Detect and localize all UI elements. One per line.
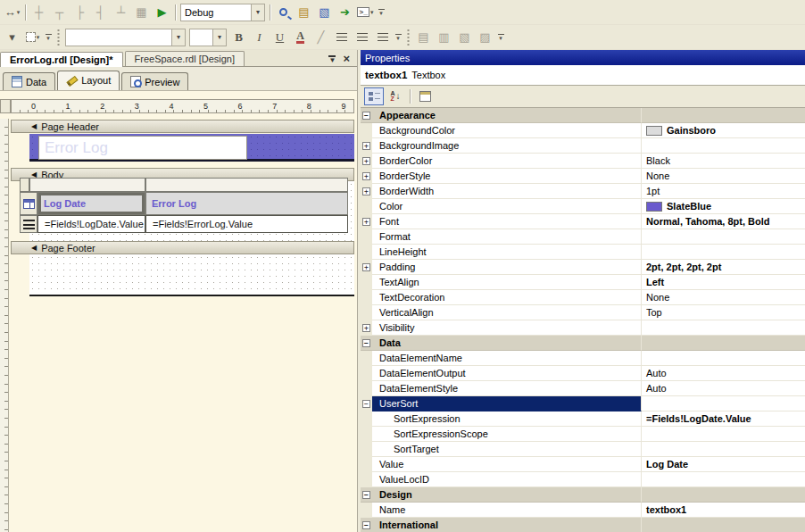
report-design-surface[interactable]: 0123456789 ◀ Page Header Error Log ◀ Bod… xyxy=(0,90,357,532)
insert-node-left-icon[interactable]: ├ xyxy=(70,3,90,21)
expander-icon[interactable]: − xyxy=(362,339,370,347)
property-value[interactable] xyxy=(642,351,805,366)
border-style-icon[interactable]: ▾ xyxy=(22,28,43,46)
property-value[interactable] xyxy=(642,427,805,442)
property-name[interactable]: Name xyxy=(372,503,642,518)
property-name[interactable]: BorderWidth xyxy=(372,184,642,199)
property-name[interactable]: DataElementName xyxy=(372,351,642,366)
property-value[interactable]: Log Date xyxy=(642,457,805,472)
property-name[interactable]: International xyxy=(372,518,642,532)
toolbar-overflow-icon[interactable]: ▾ xyxy=(393,28,403,47)
expander-icon[interactable]: + xyxy=(362,324,370,332)
table-header-cell-errorlog[interactable]: Error Log xyxy=(145,192,348,215)
expander-icon[interactable]: − xyxy=(362,491,370,499)
expander-icon[interactable]: + xyxy=(362,172,370,180)
tab-preview[interactable]: Preview xyxy=(121,72,188,90)
property-value[interactable]: =Fields!LogDate.Value xyxy=(642,411,805,427)
expander-icon[interactable]: − xyxy=(362,521,370,529)
property-name[interactable]: SortExpressionScope xyxy=(372,427,642,442)
font-color-icon[interactable]: A xyxy=(290,28,311,46)
toolbar-overflow-icon[interactable]: ▾ xyxy=(376,3,386,22)
property-value[interactable]: 2pt, 2pt, 2pt, 2pt xyxy=(642,260,805,275)
property-name[interactable]: Value xyxy=(372,457,642,472)
tab-errorlog-rdl[interactable]: ErrorLog.rdl [Design]* xyxy=(0,52,123,67)
property-name[interactable]: Font xyxy=(372,214,642,229)
find-in-files-icon[interactable] xyxy=(273,3,294,21)
property-name[interactable]: Design xyxy=(372,487,642,503)
object-selector-combo[interactable]: textbox1 Textbox xyxy=(361,65,805,86)
property-value[interactable] xyxy=(642,518,805,532)
property-value[interactable] xyxy=(642,245,805,260)
property-name[interactable]: ValueLocID xyxy=(372,472,642,487)
toolbar-grip[interactable] xyxy=(406,29,411,46)
expander-icon[interactable]: + xyxy=(362,157,370,165)
report-item-2-icon[interactable]: ▥ xyxy=(434,28,454,46)
property-value[interactable] xyxy=(642,396,805,411)
property-name[interactable]: UserSort xyxy=(372,396,642,411)
property-value[interactable] xyxy=(642,336,805,351)
bold-icon[interactable]: B xyxy=(228,28,249,46)
dropdown-arrow-icon[interactable]: ▾ xyxy=(37,34,40,41)
expander-icon[interactable]: + xyxy=(362,142,370,150)
page-footer-band[interactable] xyxy=(29,254,354,296)
window-list-icon[interactable]: ▼ xyxy=(328,55,336,63)
page-footer-band-bar[interactable]: ◀ Page Footer xyxy=(11,241,354,254)
add-child-node-icon[interactable]: ┬ xyxy=(49,3,70,21)
expander-icon[interactable]: − xyxy=(362,400,370,408)
property-value[interactable]: textbox1 xyxy=(642,503,805,518)
header-row-handle[interactable] xyxy=(20,192,37,215)
property-pages-button[interactable] xyxy=(415,87,435,105)
property-value[interactable]: None xyxy=(642,290,805,305)
property-name[interactable]: Data xyxy=(372,336,642,351)
align-center-icon[interactable] xyxy=(352,28,372,46)
style-dropdown-icon[interactable]: ▾ xyxy=(2,28,22,46)
property-value[interactable] xyxy=(642,108,805,123)
property-name[interactable]: Appearance xyxy=(372,108,642,123)
toolbar-overflow-icon[interactable]: ▾ xyxy=(495,28,506,47)
property-value[interactable] xyxy=(642,320,805,336)
command-window-icon[interactable]: >_▾ xyxy=(355,3,376,21)
add-parent-node-icon[interactable]: ┼ xyxy=(29,3,49,21)
expander-icon[interactable]: − xyxy=(362,112,370,120)
property-name[interactable]: TextDecoration xyxy=(372,290,642,305)
property-name[interactable]: SortTarget xyxy=(372,442,642,457)
property-name[interactable]: Visibility xyxy=(372,320,642,336)
column-handle-2[interactable] xyxy=(145,178,348,192)
dropdown-arrow-icon[interactable]: ▾ xyxy=(171,29,185,46)
property-name[interactable]: BackgroundImage xyxy=(372,138,642,154)
property-value[interactable]: Gainsboro xyxy=(642,123,805,138)
property-name[interactable]: BorderColor xyxy=(372,154,642,169)
property-name[interactable]: DataElementStyle xyxy=(372,381,642,396)
table-corner-handle[interactable] xyxy=(20,178,29,192)
start-debug-icon[interactable]: ▶ xyxy=(152,3,172,21)
toolbar-grip[interactable] xyxy=(56,29,61,46)
insert-node-right-icon[interactable]: ┤ xyxy=(90,3,111,21)
properties-window-icon[interactable]: ▤ xyxy=(294,3,314,21)
property-name[interactable]: TextAlign xyxy=(372,275,642,290)
property-name[interactable]: LineHeight xyxy=(372,245,642,260)
property-value[interactable]: Auto xyxy=(642,366,805,381)
property-value[interactable]: 1pt xyxy=(642,184,805,199)
tab-freespace-rdl[interactable]: FreeSpace.rdl [Design] xyxy=(125,51,245,66)
property-value[interactable]: SlateBlue xyxy=(642,199,805,214)
toolbar-overflow-icon[interactable]: ▾ xyxy=(43,28,54,47)
layout-grid-icon[interactable]: ┴ xyxy=(111,3,131,21)
property-value[interactable]: Top xyxy=(642,305,805,320)
property-name[interactable]: BackgroundColor xyxy=(372,123,642,138)
categorized-view-button[interactable] xyxy=(364,87,384,105)
navigate-external-icon[interactable]: ➔ xyxy=(335,3,355,21)
report-item-1-icon[interactable]: ▤ xyxy=(413,28,434,46)
column-handle-1[interactable] xyxy=(29,178,145,192)
property-value[interactable] xyxy=(642,229,805,245)
tab-layout[interactable]: Layout xyxy=(57,71,120,90)
table-layout-icon[interactable]: ▦ xyxy=(131,3,152,21)
property-value[interactable]: None xyxy=(642,169,805,184)
property-value[interactable]: Auto xyxy=(642,381,805,396)
property-name[interactable]: DataElementOutput xyxy=(372,366,642,381)
property-value[interactable] xyxy=(642,487,805,503)
page-header-band-bar[interactable]: ◀ Page Header xyxy=(11,120,354,133)
expander-icon[interactable]: + xyxy=(362,187,370,195)
table-detail-cell-logdate[interactable]: =Fields!LogDate.Value xyxy=(37,215,145,233)
dropdown-arrow-icon[interactable]: ▾ xyxy=(17,9,21,16)
property-value[interactable] xyxy=(642,138,805,154)
